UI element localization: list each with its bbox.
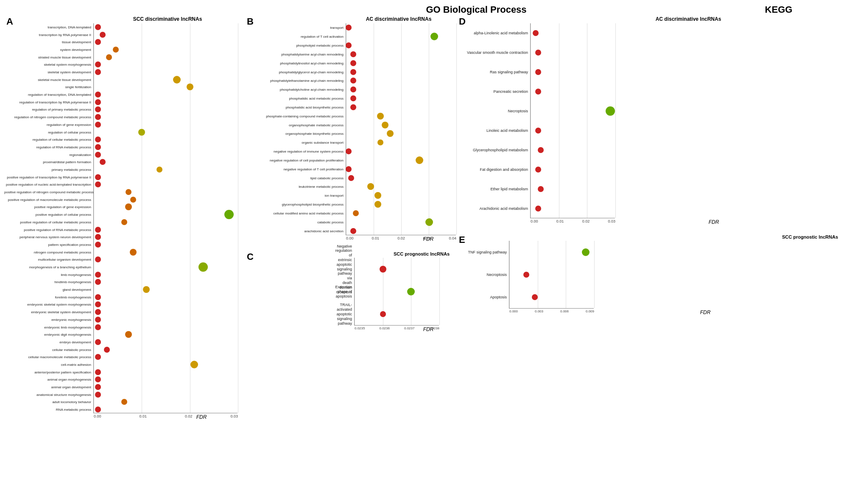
kegg-title: KEGG xyxy=(707,4,851,15)
panel-d-subtitle: AC discriminative lncRNAs xyxy=(458,16,851,22)
panel-d-xaxis-label: FDR xyxy=(577,219,851,225)
panel-c-chart: 0.02350.02360.02370.0238Negative regulat… xyxy=(354,258,439,326)
panel-a-label: A xyxy=(6,16,13,27)
main-container: GO Biological Process KEGG A SCC discrim… xyxy=(0,0,855,504)
panel-e-subtitle: SCC prognostic lncRNAs xyxy=(458,234,851,239)
panel-b: B AC discriminative lncRNAs 0.000.010.02… xyxy=(246,15,458,242)
panel-d-chart: 0.000.010.020.03alpha-Linolenic acid met… xyxy=(530,23,615,218)
panel-d: D AC discriminative lncRNAs 0.000.010.02… xyxy=(458,15,851,225)
panel-e-chart: 0.0000.0030.0060.009TNF signaling pathwa… xyxy=(509,241,594,309)
panel-e-label: E xyxy=(459,234,465,245)
panel-a-chart: 0.000.010.020.03transcription, DNA-templ… xyxy=(93,23,238,413)
panel-d-label: D xyxy=(459,16,466,27)
panel-a: A SCC discriminative lncRNAs 0.000.010.0… xyxy=(4,15,246,496)
panel-b-label: B xyxy=(247,16,254,27)
panel-b-subtitle: AC discriminative lncRNAs xyxy=(246,16,458,22)
panel-c-label: C xyxy=(247,251,254,262)
panel-e: E SCC prognostic lncRNAs 0.0000.0030.006… xyxy=(458,234,851,315)
panel-b-chart: 0.000.010.020.030.04transportregulation … xyxy=(346,23,456,235)
panel-e-xaxis-label: FDR xyxy=(560,309,851,315)
main-title: GO Biological Process xyxy=(246,4,707,15)
panel-c: C SCC prognostic lncRNAs 0.02350.02360.0… xyxy=(246,251,458,332)
panel-a-subtitle: SCC discriminative lncRNAs xyxy=(4,16,246,22)
